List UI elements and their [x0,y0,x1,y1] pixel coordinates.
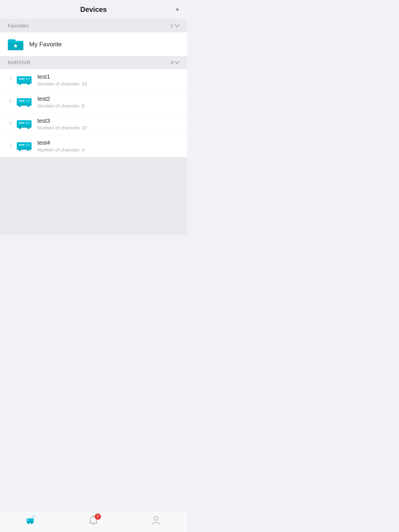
device-item-test2[interactable]: test2 Number of channels: 8 [0,91,187,113]
svg-rect-21 [28,122,30,124]
device-name: test2 [37,95,179,102]
nvrdvr-chevron-icon [175,61,179,65]
svg-rect-16 [27,106,30,107]
chevron-right-icon [8,122,13,126]
device-name: test1 [37,73,179,80]
svg-rect-9 [27,84,30,85]
svg-rect-12 [19,100,25,102]
svg-rect-25 [17,148,32,150]
chevron-right-icon [8,100,13,104]
svg-rect-22 [19,128,21,129]
favorites-list: My Favorite [0,32,187,56]
device-name: test3 [37,117,179,124]
device-channels: Number of channels: 16 [37,81,179,87]
svg-rect-30 [27,150,30,151]
device-item-test4[interactable]: test4 Number of channels: 4 [0,135,187,157]
device-item-test1[interactable]: test1 Number of channels: 16 [0,69,187,91]
svg-rect-7 [28,78,30,80]
svg-rect-8 [19,84,21,85]
svg-rect-19 [19,122,25,124]
nvrdvr-count: 4 [171,60,179,66]
svg-rect-5 [19,78,25,80]
empty-area [0,157,187,235]
svg-rect-13 [26,100,27,102]
svg-rect-27 [26,144,27,146]
devices-list: test1 Number of channels: 16 test2 Numbe… [0,69,187,157]
favorite-name: My Favorite [29,41,62,48]
device-info: test1 Number of channels: 16 [37,73,179,87]
svg-rect-18 [17,126,32,128]
device-info: test3 Number of channels: 32 [37,117,179,131]
device-channels: Number of channels: 4 [37,147,179,153]
favorites-label: Favorites [8,23,29,29]
nvr-device-icon [16,96,32,108]
svg-rect-28 [28,144,30,146]
favorites-section-header[interactable]: Favorites 1 [0,19,187,32]
svg-rect-11 [17,104,32,106]
chevron-right-icon [8,144,13,148]
svg-rect-23 [27,128,30,129]
favorite-item[interactable]: My Favorite [0,32,187,56]
svg-rect-29 [19,150,21,151]
nvrdvr-section-header[interactable]: NVR/DVR 4 [0,56,187,69]
svg-rect-4 [17,82,32,84]
header: Devices + [0,0,187,19]
svg-rect-15 [19,106,21,107]
nvr-device-icon [16,74,32,86]
device-info: test4 Number of channels: 4 [37,139,179,153]
device-info: test2 Number of channels: 8 [37,95,179,109]
nvrdvr-label: NVR/DVR [8,60,31,66]
nvr-device-icon [16,140,32,152]
favorite-folder-icon [8,37,23,51]
favorites-count: 1 [171,23,179,29]
svg-rect-26 [19,144,25,146]
favorites-chevron-icon [175,24,179,28]
svg-rect-6 [26,78,27,80]
nvr-device-icon [16,118,32,130]
device-channels: Number of channels: 8 [37,103,179,109]
device-item-test3[interactable]: test3 Number of channels: 32 [0,113,187,135]
chevron-right-icon [8,78,13,82]
svg-rect-20 [26,122,27,124]
svg-rect-14 [28,100,30,102]
device-channels: Number of channels: 32 [37,125,179,131]
add-device-button[interactable]: + [175,6,179,13]
page-title: Devices [80,6,107,14]
device-name: test4 [37,139,179,146]
